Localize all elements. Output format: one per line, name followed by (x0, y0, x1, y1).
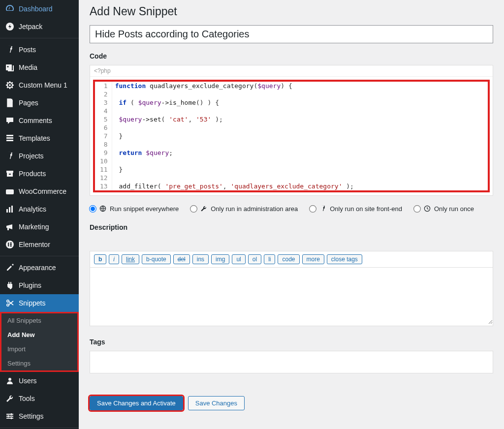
menu-label: Posts (19, 46, 36, 54)
quicktag-close-tags[interactable]: close tags (327, 254, 362, 264)
plug-icon (5, 280, 15, 290)
admin-sidebar: DashboardJetpack PostsMediaCustom Menu 1… (0, 0, 79, 429)
scope-radio[interactable] (89, 205, 96, 213)
quicktags-row: bilinkb-quotedelinsimgulollicodemoreclos… (90, 251, 493, 268)
quicktag-li[interactable]: li (264, 254, 275, 264)
woo-icon (5, 186, 15, 196)
quicktag-ol[interactable]: ol (248, 254, 261, 264)
scope-label: Only run on site front-end (330, 205, 402, 213)
tags-input[interactable] (90, 351, 493, 373)
brush-icon (5, 263, 15, 273)
code-line[interactable]: add_filter( 'pre_get_posts', 'quadlayers… (112, 182, 357, 190)
menu-item-settings[interactable]: Settings (0, 407, 79, 425)
scope-option[interactable]: Only run on site front-end (310, 205, 402, 213)
quicktag-code[interactable]: code (278, 254, 299, 264)
line-number: 2 (95, 90, 112, 98)
code-line[interactable]: return $query; (112, 149, 357, 157)
save-button[interactable]: Save Changes (188, 396, 245, 410)
menu-item-woocommerce[interactable]: WooCommerce (0, 183, 79, 200)
media-icon (5, 62, 15, 72)
page-title: Add New Snippet (90, 5, 493, 18)
pin-icon (319, 205, 327, 213)
menu-item-custom-menu-1[interactable]: Custom Menu 1 (0, 76, 79, 94)
menu-item-jetpack[interactable]: Jetpack (0, 18, 79, 35)
menu-label: Media (19, 63, 37, 71)
menu-item-plugins[interactable]: Plugins (0, 276, 79, 294)
scope-radio[interactable] (309, 205, 316, 213)
quicktag-b[interactable]: b (94, 254, 106, 264)
tags-heading: Tags (90, 338, 493, 346)
code-line[interactable]: } (112, 165, 357, 174)
quicktag-more[interactable]: more (302, 254, 324, 264)
line-number: 9 (95, 149, 112, 157)
circle-bolt-icon (5, 22, 15, 31)
code-line[interactable] (112, 123, 357, 132)
save-activate-button[interactable]: Save Changes and Activate (90, 396, 183, 410)
menu-item-dashboard[interactable]: Dashboard (0, 0, 79, 18)
elementor-icon (5, 240, 15, 249)
quicktag-ins[interactable]: ins (192, 254, 209, 264)
menu-separator (0, 38, 79, 38)
menu-item-tools[interactable]: Tools (0, 390, 79, 407)
line-number: 11 (95, 165, 112, 174)
menu-item-comments[interactable]: Comments (0, 112, 79, 129)
submenu-item-settings[interactable]: Settings (1, 356, 77, 370)
snippet-title-input[interactable] (90, 25, 493, 43)
code-line[interactable] (112, 107, 357, 115)
code-line[interactable]: if ( $query->is_home() ) { (112, 98, 357, 107)
scope-radio[interactable] (190, 205, 197, 213)
description-heading: Description (90, 223, 493, 231)
scope-label: Only run once (434, 205, 474, 213)
scope-radio[interactable] (413, 205, 421, 213)
scope-option[interactable]: Run snippet everywhere (90, 205, 179, 213)
code-line[interactable] (112, 157, 357, 165)
menu-item-pages[interactable]: Pages (0, 94, 79, 112)
code-line[interactable]: } (112, 132, 357, 140)
quicktag-del[interactable]: del (173, 254, 190, 264)
menu-item-elementor[interactable]: Elementor (0, 236, 79, 253)
comment-icon (5, 116, 15, 125)
menu-item-posts[interactable]: Posts (0, 41, 79, 59)
menu-item-appearance[interactable]: Appearance (0, 259, 79, 276)
scope-option[interactable]: Only run once (414, 205, 474, 213)
menu-label: Analytics (19, 205, 46, 213)
menu-item-marketing[interactable]: Marketing (0, 218, 79, 236)
menu-label: Elementor (19, 241, 50, 248)
description-textarea[interactable] (90, 268, 493, 324)
submenu-item-all-snippets[interactable]: All Snippets (1, 313, 77, 328)
code-line[interactable] (112, 90, 357, 98)
menu-item-analytics[interactable]: Analytics (0, 200, 79, 218)
code-line[interactable]: $query->set( 'cat', '53' ); (112, 115, 357, 123)
code-line[interactable]: function quadlayers_exclude_category($qu… (112, 82, 357, 90)
archive-icon (5, 169, 15, 179)
submenu-item-add-new[interactable]: Add New (1, 328, 77, 342)
submenu-item-import[interactable]: Import (1, 342, 77, 356)
snippets-submenu: All SnippetsAdd NewImportSettings (0, 312, 79, 372)
code-editor[interactable]: 1function quadlayers_exclude_category($q… (93, 80, 490, 192)
code-line[interactable] (112, 140, 357, 149)
stack-icon (5, 133, 15, 143)
menu-item-templates[interactable]: Templates (0, 129, 79, 147)
menu-item-snippets[interactable]: Snippets (0, 294, 79, 312)
scope-option[interactable]: Only run in administration area (190, 205, 298, 213)
quicktag-link[interactable]: link (122, 254, 139, 264)
scope-label: Only run in administration area (211, 205, 298, 213)
quicktag-ul[interactable]: ul (232, 254, 245, 264)
menu-item-media[interactable]: Media (0, 59, 79, 76)
quicktag-b-quote[interactable]: b-quote (142, 254, 171, 264)
menu-label: Marketing (19, 223, 49, 231)
code-lang-tab: <?php (90, 65, 493, 77)
menu-item-users[interactable]: Users (0, 372, 79, 390)
menu-label: Templates (19, 134, 50, 142)
code-line[interactable] (112, 174, 357, 182)
menu-label: Custom Menu 1 (19, 81, 67, 89)
menu-item-projects[interactable]: Projects (0, 147, 79, 165)
menu-label: Comments (19, 117, 52, 124)
quicktag-img[interactable]: img (211, 254, 229, 264)
gauge-icon (5, 4, 15, 14)
user-icon (5, 376, 15, 386)
line-number: 7 (95, 132, 112, 140)
bars-icon (5, 204, 15, 214)
menu-item-products[interactable]: Products (0, 165, 79, 183)
quicktag-i[interactable]: i (109, 254, 119, 264)
